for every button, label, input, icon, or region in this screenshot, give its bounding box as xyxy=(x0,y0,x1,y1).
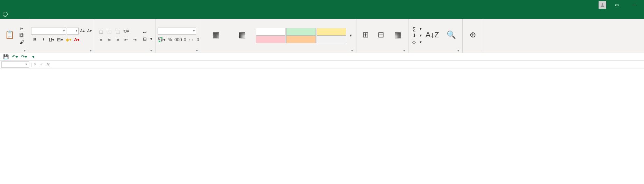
currency-icon[interactable]: 💱▾ xyxy=(158,36,165,44)
increase-decimal-icon[interactable]: .0→ xyxy=(183,36,190,44)
percent-icon[interactable]: % xyxy=(166,36,174,44)
delete-icon: ⊟ xyxy=(378,30,384,39)
title-bar: ▭ — xyxy=(0,0,644,9)
redo-icon[interactable]: ↷▾ xyxy=(20,53,28,61)
copy-icon: ⿻ xyxy=(19,33,24,38)
sort-filter-button[interactable]: A↓Z xyxy=(424,20,441,51)
merge-center-button[interactable]: ⊟▾ xyxy=(141,36,153,42)
group-number: 💱▾ % 000 .0→ ←.0 xyxy=(155,19,201,53)
search-icon: 🔍 xyxy=(447,30,456,39)
formula-bar: ▼ | ✕ ✓ fx xyxy=(0,61,644,68)
style-bad[interactable] xyxy=(256,36,285,43)
indent-dec-icon[interactable]: ⇤ xyxy=(122,36,130,44)
enter-icon[interactable]: ✓ xyxy=(38,61,44,68)
menu-bar: ◡ xyxy=(0,9,644,19)
ribbon: 📋 ✂ ⿻ 🖌 A▴ A▾ B I U▾ ⊞▾ ◆▾ A▾ xyxy=(0,19,644,53)
orientation-icon[interactable]: ⟲▾ xyxy=(122,28,130,35)
align-left-icon[interactable]: ≡ xyxy=(97,36,105,44)
delete-button[interactable]: ⊟ xyxy=(374,20,388,51)
format-button[interactable]: ▦ xyxy=(389,20,406,51)
table-icon: ▦ xyxy=(239,30,246,39)
underline-button[interactable]: U▾ xyxy=(48,36,56,44)
group-font: A▴ A▾ B I U▾ ⊞▾ ◆▾ A▾ xyxy=(29,19,95,53)
font-color-button[interactable]: A▾ xyxy=(73,36,81,44)
merge-icon: ⊟ xyxy=(142,36,147,42)
customize-qat-icon[interactable]: ▾ xyxy=(29,53,37,61)
group-editing: ∑▾ ⬇▾ ◇▾ A↓Z 🔍 xyxy=(408,19,463,53)
quick-access-toolbar: 💾 ↶▾ ↷▾ ▾ xyxy=(0,53,644,61)
lightbulb-icon: ◡ xyxy=(3,12,8,17)
formula-input[interactable] xyxy=(52,61,644,68)
decrease-decimal-icon[interactable]: ←.0 xyxy=(191,36,199,44)
sigma-icon: ∑ xyxy=(411,26,417,31)
copy-button[interactable]: ⿻ xyxy=(18,32,27,38)
group-cells: ⊞ ⊟ ▦ xyxy=(356,19,408,53)
scissors-icon: ✂ xyxy=(19,26,24,31)
tell-me[interactable]: ◡ xyxy=(3,12,10,17)
eraser-icon: ◇ xyxy=(411,39,417,45)
number-format-select[interactable] xyxy=(158,28,196,35)
brush-icon: 🖌 xyxy=(19,39,24,45)
undo-icon[interactable]: ↶▾ xyxy=(11,53,19,61)
align-top-icon[interactable]: ⬚ xyxy=(97,28,105,35)
styles-more-icon[interactable]: ▾ xyxy=(348,32,354,39)
minimize-icon[interactable]: — xyxy=(627,2,641,7)
format-painter-button[interactable]: 🖌 xyxy=(18,39,27,45)
align-center-icon[interactable]: ≡ xyxy=(106,36,113,44)
paste-button[interactable]: 📋 xyxy=(2,20,17,51)
wrap-icon: ↩ xyxy=(142,30,147,35)
font-size-select[interactable] xyxy=(67,28,79,35)
comma-icon[interactable]: 000 xyxy=(174,36,182,44)
style-neutral[interactable] xyxy=(317,28,346,36)
fill-color-button[interactable]: ◆▾ xyxy=(65,36,72,44)
cancel-icon[interactable]: ✕ xyxy=(32,61,38,68)
fill-button[interactable]: ⬇▾ xyxy=(411,32,422,38)
borders-button[interactable]: ⊞▾ xyxy=(56,36,64,44)
bold-button[interactable]: B xyxy=(31,36,39,44)
font-name-select[interactable] xyxy=(31,28,66,35)
align-bottom-icon[interactable]: ⬚ xyxy=(114,28,122,35)
wrap-text-button[interactable]: ↩ xyxy=(141,29,153,35)
increase-font-icon[interactable]: A▴ xyxy=(79,28,86,34)
addins-icon: ⊕ xyxy=(470,30,476,39)
style-good[interactable] xyxy=(286,28,316,36)
group-styles: ▦ ▦ ▾ xyxy=(201,19,356,53)
addins-button[interactable]: ⊕ xyxy=(465,20,481,51)
style-normal[interactable] xyxy=(256,28,285,36)
user-avatar-icon[interactable] xyxy=(599,1,606,9)
conditional-formatting-button[interactable]: ▦ xyxy=(203,20,229,51)
group-alignment: ⬚ ⬚ ⬚ ⟲▾ ≡ ≡ ≡ ⇤ ⇥ ↩ ⊟▾ xyxy=(95,19,155,53)
format-as-table-button[interactable]: ▦ xyxy=(230,20,254,51)
style-output[interactable] xyxy=(317,36,346,43)
decrease-font-icon[interactable]: A▾ xyxy=(86,28,93,34)
insert-icon: ⊞ xyxy=(362,30,369,39)
name-box[interactable]: ▼ xyxy=(1,61,29,68)
italic-button[interactable]: I xyxy=(39,36,47,44)
cond-format-icon: ▦ xyxy=(212,30,220,39)
find-select-button[interactable]: 🔍 xyxy=(442,20,460,51)
group-clipboard: 📋 ✂ ⿻ 🖌 xyxy=(0,19,29,53)
clipboard-icon: 📋 xyxy=(5,30,14,39)
style-input[interactable] xyxy=(286,36,316,43)
indent-inc-icon[interactable]: ⇥ xyxy=(131,36,138,44)
svg-point-0 xyxy=(602,3,603,5)
ribbon-display-icon[interactable]: ▭ xyxy=(610,2,624,7)
cut-button[interactable]: ✂ xyxy=(18,26,27,32)
fx-icon[interactable]: fx xyxy=(46,62,50,67)
clear-button[interactable]: ◇▾ xyxy=(411,39,422,45)
insert-button[interactable]: ⊞ xyxy=(359,20,372,51)
fill-icon: ⬇ xyxy=(411,33,417,38)
align-middle-icon[interactable]: ⬚ xyxy=(106,28,113,35)
align-right-icon[interactable]: ≡ xyxy=(114,36,122,44)
sort-icon: A↓Z xyxy=(425,30,439,39)
format-icon: ▦ xyxy=(394,30,401,39)
group-addins: ⊕ xyxy=(463,19,483,53)
save-icon[interactable]: 💾 xyxy=(2,53,10,61)
autosum-button[interactable]: ∑▾ xyxy=(411,26,422,32)
